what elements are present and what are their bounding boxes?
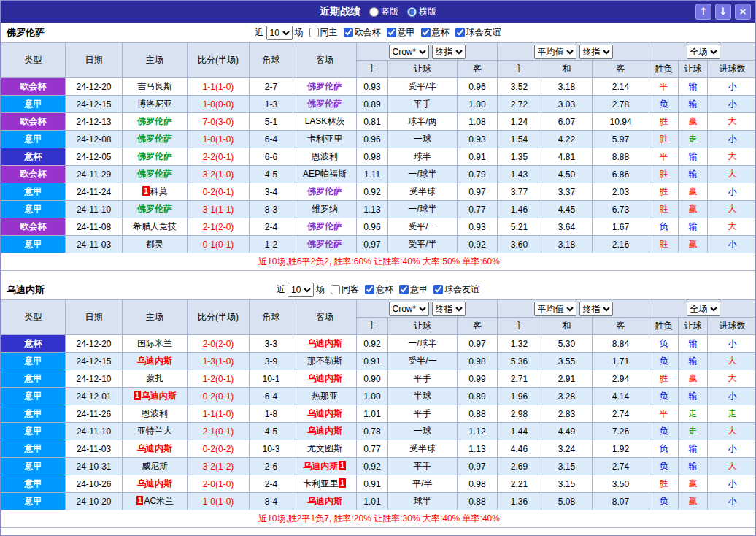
- home-team-name[interactable]: 恩波利: [142, 408, 168, 418]
- home-team-name[interactable]: 科莫: [150, 186, 168, 196]
- home-team-name[interactable]: 国际米兰: [137, 338, 172, 348]
- away-team-name[interactable]: 尤文图斯: [307, 443, 342, 453]
- final-odds-select-2[interactable]: 终指: [579, 302, 613, 316]
- home-team-name[interactable]: 乌迪内斯: [137, 478, 172, 489]
- league-checkbox-1[interactable]: 意甲: [387, 26, 415, 39]
- home-team-cell: 乌迪内斯: [123, 353, 188, 370]
- home-team-name[interactable]: AC米兰: [144, 496, 174, 506]
- away-team-panel: 乌迪内斯近10场同客意杯意甲球会友谊类型日期主场比分(半场)角球客场Crow*终…: [1, 280, 755, 536]
- away-team-name[interactable]: 佛罗伦萨: [307, 186, 342, 196]
- column-subheader: 让球: [679, 318, 708, 335]
- final-odds-select[interactable]: 终指: [432, 302, 466, 316]
- layout-radio-vertical[interactable]: 竖版: [369, 6, 398, 18]
- away-team-name[interactable]: AEP帕福斯: [303, 169, 347, 179]
- match-row: 欧会杯24-12-20吉马良斯1-1(1-0)2-7佛罗伦萨0.93受平/半0.…: [1, 78, 756, 96]
- away-team-name[interactable]: 佛罗伦萨: [307, 81, 342, 91]
- home-team-name[interactable]: 希腊人竞技: [133, 221, 177, 231]
- fulltime-select[interactable]: 全场: [687, 45, 720, 59]
- final-odds-select[interactable]: 终指: [432, 45, 466, 59]
- home-team-name[interactable]: 佛罗伦萨: [137, 134, 172, 144]
- league-checkbox-input-1[interactable]: [387, 28, 396, 37]
- home-team-name[interactable]: 佛罗伦萨: [137, 151, 172, 161]
- final-odds-select-2[interactable]: 终指: [579, 45, 613, 59]
- league-checkbox-3[interactable]: 球会友谊: [455, 26, 501, 39]
- column-subheader: 胜负: [649, 318, 679, 335]
- move-down-button[interactable]: ↓: [715, 4, 731, 20]
- bookmaker-select[interactable]: Crow*: [389, 302, 429, 316]
- column-subheader: 客: [458, 318, 498, 335]
- league-checkbox-2[interactable]: 球会友谊: [433, 283, 479, 296]
- away-team-name[interactable]: 乌迪内斯: [307, 496, 342, 506]
- average-odds-select[interactable]: 平均值: [534, 302, 576, 316]
- league-checkbox-0[interactable]: 意杯: [365, 283, 393, 296]
- league-checkbox-input-2[interactable]: [433, 285, 443, 294]
- away-team-cell: 乌迪内斯: [293, 335, 357, 353]
- same-side-checkbox[interactable]: 同客: [331, 283, 359, 296]
- average-odds-cell-2: 5.97: [593, 131, 649, 148]
- away-team-name[interactable]: 热那亚: [312, 391, 338, 401]
- handicap-odds-cell-2: 0.97: [458, 458, 498, 475]
- away-team-name[interactable]: 乌迪内斯: [307, 408, 342, 418]
- away-team-name[interactable]: 乌迪内斯: [303, 461, 338, 471]
- home-team-name[interactable]: 威尼斯: [142, 461, 168, 471]
- result-cell-2: 大: [708, 458, 755, 475]
- match-count-select[interactable]: 10: [288, 283, 314, 297]
- fulltime-select[interactable]: 全场: [687, 302, 720, 316]
- move-up-button[interactable]: ↑: [695, 4, 711, 20]
- result-cell-1: 赢: [679, 201, 708, 218]
- layout-radio-horizontal[interactable]: 横版: [407, 6, 436, 18]
- league-checkbox-0[interactable]: 欧会杯: [344, 26, 381, 39]
- home-team-name[interactable]: 佛罗伦萨: [137, 116, 172, 126]
- away-team-name[interactable]: 乌迪内斯: [307, 373, 342, 383]
- handicap-odds-cell-1: 平手: [388, 370, 458, 388]
- match-count-select[interactable]: 10: [266, 26, 293, 40]
- league-checkbox-1[interactable]: 意甲: [399, 283, 428, 296]
- league-checkbox-input-3[interactable]: [455, 28, 465, 37]
- league-checkbox-input-2[interactable]: [421, 28, 431, 37]
- layout-radio-input-0[interactable]: [369, 7, 379, 17]
- home-team-name[interactable]: 都灵: [146, 239, 163, 249]
- corners-cell: 3-3: [250, 335, 293, 353]
- handicap-odds-cell-1: 受平/半: [388, 78, 458, 96]
- away-team-name[interactable]: LASK林茨: [305, 116, 345, 126]
- league-checkbox-2[interactable]: 意杯: [421, 26, 450, 39]
- handicap-odds-cell-0: 0.89: [357, 96, 388, 113]
- average-odds-select[interactable]: 平均值: [534, 45, 576, 59]
- away-team-name[interactable]: 乌迪内斯: [307, 426, 342, 436]
- home-team-name[interactable]: 蒙扎: [146, 373, 163, 383]
- bookmaker-select[interactable]: Crow*: [389, 45, 429, 59]
- away-team-name[interactable]: 那不勒斯: [307, 356, 342, 366]
- away-team-name[interactable]: 恩波利: [312, 151, 338, 161]
- result-cell-2: 小: [708, 78, 755, 96]
- away-team-name[interactable]: 维罗纳: [312, 204, 338, 214]
- result-cell-0: 负: [649, 218, 679, 236]
- home-team-name[interactable]: 亚特兰大: [137, 426, 172, 436]
- league-checkbox-input-0[interactable]: [344, 28, 353, 37]
- home-team-name[interactable]: 博洛尼亚: [137, 99, 172, 109]
- handicap-odds-cell-2: 0.88: [458, 405, 498, 423]
- league-checkbox-input-0[interactable]: [365, 285, 374, 294]
- away-team-name[interactable]: 卡利亚里: [303, 478, 338, 489]
- home-team-name[interactable]: 乌迪内斯: [137, 443, 172, 453]
- result-cell-2: 小: [708, 388, 755, 405]
- league-checkbox-input-1[interactable]: [399, 285, 409, 294]
- average-odds-cell-0: 4.46: [498, 440, 541, 458]
- home-team-name[interactable]: 乌迪内斯: [137, 356, 172, 366]
- close-button[interactable]: ×: [735, 4, 751, 20]
- home-team-name[interactable]: 佛罗伦萨: [137, 169, 172, 179]
- same-side-checkbox-input[interactable]: [331, 285, 340, 294]
- away-team-name[interactable]: 佛罗伦萨: [307, 99, 342, 109]
- away-team-name[interactable]: 卡利亚里: [307, 134, 342, 144]
- competition-cell: 意甲: [1, 405, 66, 423]
- away-team-name[interactable]: 佛罗伦萨: [307, 239, 342, 249]
- home-team-name[interactable]: 佛罗伦萨: [137, 204, 172, 214]
- result-cell-2: 大: [708, 423, 755, 440]
- home-team-name[interactable]: 乌迪内斯: [142, 391, 177, 401]
- same-side-checkbox[interactable]: 同主: [309, 26, 338, 39]
- away-team-name[interactable]: 乌迪内斯: [307, 338, 342, 348]
- home-team-name[interactable]: 吉马良斯: [137, 81, 172, 91]
- same-side-checkbox-input[interactable]: [309, 28, 319, 37]
- away-team-name[interactable]: 佛罗伦萨: [307, 221, 342, 231]
- layout-radio-input-1[interactable]: [407, 7, 417, 17]
- handicap-odds-cell-1: 受半球: [388, 183, 458, 201]
